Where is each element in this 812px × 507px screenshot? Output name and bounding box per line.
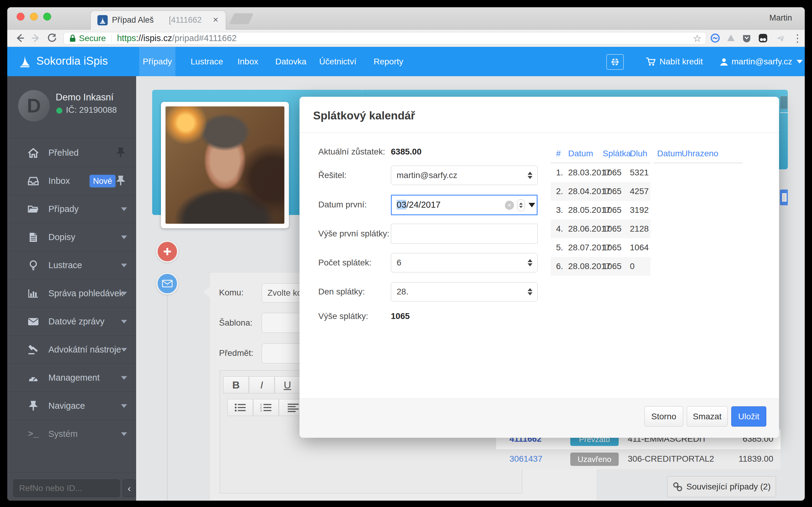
address-divider <box>111 35 112 42</box>
datepicker-dropdown-icon[interactable] <box>528 203 535 208</box>
forward-button[interactable] <box>30 32 42 44</box>
installment-day-select[interactable]: 28. <box>391 282 538 301</box>
maximize-window-button[interactable] <box>43 13 51 20</box>
save-button[interactable]: Uložit <box>731 406 766 427</box>
org-registration-id: IČ: 29190088 <box>66 105 117 115</box>
address-bar[interactable]: Secure https ://ispis.cz /pripad#4111662… <box>63 32 706 45</box>
first-amount-input[interactable] <box>391 224 538 244</box>
screenshot-canvas: Případ Aleš [4111662 × Martin Secure htt… <box>0 0 812 507</box>
schedule-col-splatka[interactable]: Splátka <box>603 149 631 158</box>
account-menu[interactable]: martin@sarfy.cz <box>716 47 805 76</box>
case-header-action-button[interactable] <box>780 96 788 109</box>
case-id-link[interactable]: 3061437 <box>509 454 543 464</box>
minimize-window-button[interactable] <box>30 13 38 20</box>
button-glyph <box>782 193 786 202</box>
modal-title: Splátkový kalendář <box>313 109 415 122</box>
schedule-col-datum[interactable]: Datum <box>568 149 593 158</box>
nav-item-inbox[interactable]: Inbox <box>235 47 261 76</box>
delete-button[interactable]: Smazat <box>687 406 727 427</box>
first-date-input[interactable]: 03/24/2017 × <box>391 195 538 215</box>
editor-bullet-list-button[interactable] <box>227 399 253 416</box>
browser-titlebar: Případ Aleš [4111662 × Martin <box>7 7 805 30</box>
secure-label: Secure <box>79 34 106 43</box>
extension-drive-icon[interactable] <box>725 32 737 44</box>
extension-telegram-icon[interactable] <box>774 32 786 44</box>
extension-pocket-icon[interactable] <box>741 32 753 44</box>
app-navbar: Sokordia iSpis Případy Lustrace Inbox Da… <box>7 47 805 76</box>
editor-numbered-list-button[interactable]: 123 <box>253 399 278 416</box>
terminal-icon: >_ <box>26 420 41 448</box>
browser-profile-name[interactable]: Martin <box>769 13 792 23</box>
brand-name[interactable]: Sokordia iSpis <box>36 55 108 67</box>
browser-tab[interactable]: Případ Aleš [4111662 × <box>91 11 226 30</box>
back-button[interactable] <box>14 32 26 44</box>
bullet-list-icon <box>234 403 246 412</box>
editor-bold-button[interactable]: B <box>223 377 249 393</box>
sidebar-item-system[interactable]: >_ Systém <box>7 419 136 448</box>
solver-select[interactable]: martin@sarfy.cz <box>391 166 538 185</box>
new-tab-button[interactable] <box>229 13 254 24</box>
nav-item-datovka[interactable]: Datovka <box>272 47 309 76</box>
email-timeline-button[interactable] <box>156 272 179 295</box>
tab-title: Případ Aleš <box>112 15 154 25</box>
debtor-photo-card[interactable] <box>161 102 289 228</box>
refno-search-input[interactable] <box>13 480 120 497</box>
extension-sync-icon[interactable] <box>709 32 721 44</box>
pushpin-icon <box>26 392 41 420</box>
installments-count-label: Počet splátek: <box>318 258 371 268</box>
refresh-button[interactable] <box>46 32 58 44</box>
sidebar-item-advokatni-nastroje[interactable]: Advokátní nástroje <box>7 335 136 363</box>
language-globe-button[interactable] <box>606 54 624 70</box>
brand-logo-icon[interactable] <box>17 54 33 69</box>
sidebar-collapse-button[interactable]: ‹ <box>123 480 136 497</box>
svg-text:1: 1 <box>260 403 262 406</box>
modal-footer: Storno Smazat Uložit <box>300 398 779 438</box>
pin-icon[interactable] <box>116 147 125 158</box>
sidebar-item-dopisy[interactable]: Dopisy <box>7 223 136 251</box>
cancel-button[interactable]: Storno <box>644 406 683 427</box>
payments-col-uhrazeno[interactable]: Uhrazeno <box>681 149 718 158</box>
clear-date-icon[interactable]: × <box>505 201 514 210</box>
compose-to-label: Komu: <box>219 288 244 297</box>
sidebar-item-prehled[interactable]: Přehled <box>7 138 136 167</box>
nav-item-lustrace[interactable]: Lustrace <box>188 47 226 76</box>
select-arrows-icon <box>527 288 532 295</box>
add-record-button[interactable] <box>156 240 179 263</box>
schedule-col-dluh[interactable]: Dluh <box>630 149 648 158</box>
balance-value: 6385.00 <box>391 147 421 157</box>
installment-day-label: Den splátky: <box>318 287 365 296</box>
chevron-down-icon <box>121 208 127 211</box>
tab-close-icon[interactable]: × <box>213 14 218 25</box>
close-window-button[interactable] <box>17 13 24 20</box>
payments-col-datum[interactable]: Datum <box>657 149 682 158</box>
sidebar-item-lustrace[interactable]: Lustrace <box>7 251 136 279</box>
timeline-line <box>167 295 168 501</box>
globe-icon <box>610 57 620 67</box>
background-primary-button-sliver[interactable] <box>780 189 788 205</box>
nav-item-pripady[interactable]: Případy <box>139 47 175 76</box>
sidebar-item-pripady[interactable]: Případy <box>7 195 136 223</box>
editor-underline-button[interactable]: U <box>275 377 300 393</box>
bookmark-star-icon[interactable]: ☆ <box>693 33 702 44</box>
related-cases-button[interactable]: Související případy (2) <box>667 476 776 497</box>
extension-lookers-icon[interactable] <box>757 32 769 44</box>
browser-menu-icon[interactable]: ⋮ <box>792 32 804 44</box>
sidebar-item-sprava-pohledavek[interactable]: Správa pohledávek <box>7 279 136 307</box>
editor-italic-button[interactable]: I <box>249 377 274 393</box>
chevron-down-icon <box>121 432 127 436</box>
pin-icon[interactable] <box>116 175 125 186</box>
cart-icon <box>646 57 656 66</box>
nav-item-ucetnictvi[interactable]: Účetnictví <box>316 47 359 76</box>
chevron-down-icon <box>121 320 127 324</box>
installments-count-select[interactable]: 6 <box>391 253 538 272</box>
credit-topup-button[interactable]: Nabít kredit <box>643 47 706 76</box>
nav-item-reporty[interactable]: Reporty <box>371 47 406 76</box>
date-stepper[interactable] <box>517 199 525 211</box>
sidebar-item-navigace[interactable]: Navigace <box>7 392 136 419</box>
sidebar-item-datove-zpravy[interactable]: Datové zprávy <box>7 307 136 335</box>
sidebar-item-management[interactable]: Management <box>7 363 136 392</box>
sidebar-item-inbox[interactable]: Inbox Nové <box>7 167 136 195</box>
case-row[interactable]: 3061437 Uzavřeno 306-CREDITPORTAL2 11839… <box>496 449 780 469</box>
schedule-row: 5.28.07.201710651064 <box>551 238 651 257</box>
case-status-badge: Uzavřeno <box>570 453 619 466</box>
